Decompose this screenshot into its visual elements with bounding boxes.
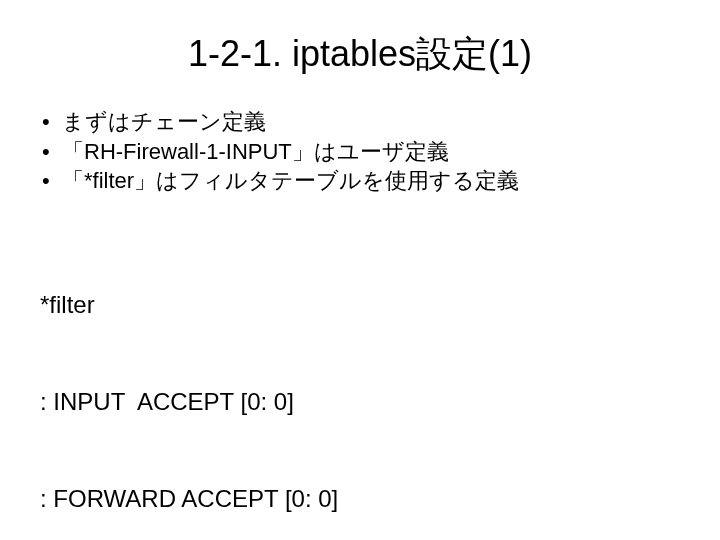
slide: 1-2-1. iptables設定(1) まずはチェーン定義 「RH-Firew…	[0, 0, 720, 540]
code-block: *filter : INPUT ACCEPT [0: 0] : FORWARD …	[40, 224, 680, 540]
code-line: : FORWARD ACCEPT [0: 0]	[40, 483, 680, 515]
slide-title: 1-2-1. iptables設定(1)	[40, 30, 680, 79]
bullet-list: まずはチェーン定義 「RH-Firewall-1-INPUT」はユーザ定義 「*…	[40, 107, 680, 196]
code-line: : INPUT ACCEPT [0: 0]	[40, 386, 680, 418]
code-line: *filter	[40, 289, 680, 321]
bullet-item: 「RH-Firewall-1-INPUT」はユーザ定義	[40, 137, 680, 167]
bullet-item: 「*filter」はフィルタテーブルを使用する定義	[40, 166, 680, 196]
bullet-item: まずはチェーン定義	[40, 107, 680, 137]
